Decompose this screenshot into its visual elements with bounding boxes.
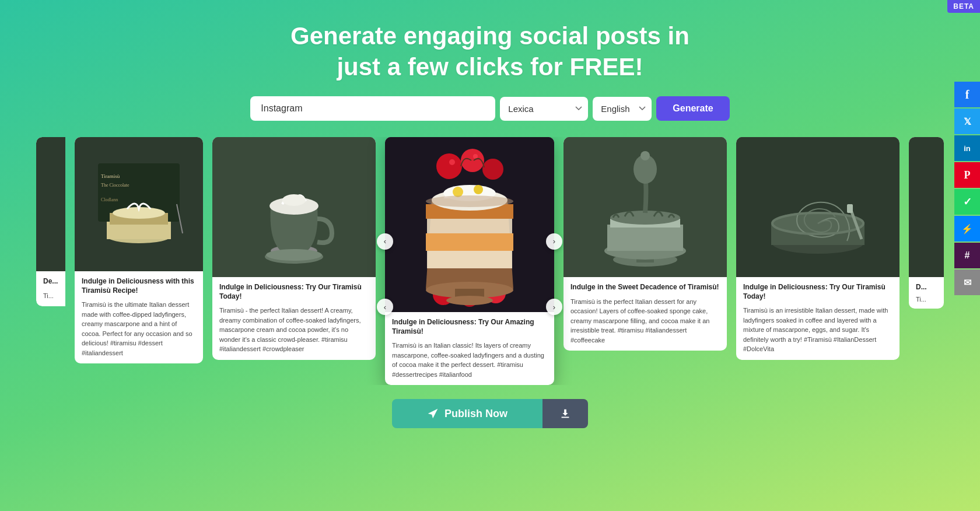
- card-4: Indulge in the Sweet Decadence of Tirami…: [564, 137, 727, 351]
- ai-tool-select[interactable]: Lexica DALL-E Stable Diffusion: [500, 97, 588, 121]
- card-2: Indulge in Deliciousness: Try Our Tirami…: [212, 137, 376, 360]
- card-4-svg: [566, 137, 724, 277]
- card-1-text: Indulge in Deliciousness with this Tiram…: [75, 271, 203, 363]
- carousel-next-button[interactable]: ›: [546, 233, 562, 250]
- svg-point-21: [473, 154, 478, 159]
- svg-rect-43: [607, 225, 683, 251]
- publish-button[interactable]: Publish Now: [392, 399, 542, 428]
- card-1: Tiramisù The Cioccolate Clodlann Indulge…: [75, 137, 203, 363]
- beta-badge: BETA: [947, 0, 980, 13]
- publish-label: Publish Now: [444, 408, 508, 420]
- bottom-actions: Publish Now: [0, 399, 980, 428]
- email-share-button[interactable]: ✉: [954, 270, 980, 295]
- card-5: Indulge in Deliciousness: Try Our Tirami…: [736, 137, 900, 360]
- card-4-image: [564, 137, 727, 277]
- card-1-svg: Tiramisù The Cioccolate Clodlann: [86, 146, 191, 262]
- twitter-share-button[interactable]: 𝕏: [954, 108, 980, 134]
- svg-point-17: [436, 153, 462, 179]
- card-1-image: Tiramisù The Cioccolate Clodlann: [75, 137, 203, 271]
- card-1-body: Tiramisù is the ultimate Italian dessert…: [82, 300, 196, 358]
- card-2-svg: [215, 137, 373, 277]
- facebook-icon: f: [965, 88, 970, 102]
- svg-rect-48: [739, 137, 897, 277]
- search-input[interactable]: [250, 96, 495, 121]
- card-2-body: Tiramisù - the perfect Italian dessert! …: [219, 306, 369, 354]
- generate-button[interactable]: Generate: [656, 96, 729, 121]
- social-sidebar: f 𝕏 in P ✓ ⚡ # ✉: [954, 82, 980, 295]
- email-icon: ✉: [964, 277, 971, 288]
- card-4-title: Indulge in the Sweet Decadence of Tirami…: [570, 283, 720, 292]
- card-5-body: Tiramisù is an irresistible Italian dess…: [743, 306, 892, 354]
- facebook-share-button[interactable]: f: [954, 82, 980, 107]
- svg-rect-22: [427, 251, 512, 268]
- text-next-button[interactable]: ›: [546, 299, 562, 315]
- send-icon: [427, 408, 439, 419]
- svg-text:Tiramisù: Tiramisù: [101, 173, 120, 179]
- svg-point-15: [266, 249, 322, 261]
- whatsapp-share-button[interactable]: ✓: [954, 189, 980, 215]
- card-1-title: Indulge in Deliciousness with this Tiram…: [82, 277, 196, 295]
- svg-point-38: [446, 296, 493, 305]
- card-5-image: [736, 137, 900, 277]
- svg-rect-54: [847, 204, 853, 213]
- slack-share-button[interactable]: #: [954, 243, 980, 268]
- svg-point-20: [449, 159, 455, 165]
- card-5-text: Indulge in Deliciousness: Try Our Tirami…: [736, 277, 900, 360]
- linkedin-share-button[interactable]: in: [954, 135, 980, 161]
- language-select[interactable]: English Spanish French German Italian: [593, 97, 652, 121]
- svg-rect-55: [562, 417, 569, 418]
- card-3-svg: [385, 137, 554, 312]
- slack-icon: #: [965, 250, 970, 261]
- svg-rect-24: [427, 219, 512, 233]
- svg-rect-23: [426, 233, 513, 251]
- messenger-share-button[interactable]: ⚡: [954, 216, 980, 242]
- header: Generate engaging social posts in just a…: [0, 0, 980, 96]
- svg-point-47: [640, 151, 650, 160]
- text-prev-button[interactable]: ‹: [377, 299, 393, 315]
- header-title-line2: just a few clicks for FREE!: [337, 53, 643, 80]
- card-4-body: Tiramisù is the perfect Italian dessert …: [570, 297, 720, 345]
- whatsapp-icon: ✓: [963, 195, 972, 208]
- card-4-text: Indulge in the Sweet Decadence of Tirami…: [564, 277, 727, 351]
- card-2-text: Indulge in Deliciousness: Try Our Tirami…: [212, 277, 376, 360]
- card-5-svg: [739, 137, 897, 277]
- svg-text:Clodlann: Clodlann: [101, 197, 118, 202]
- card-2-title: Indulge in Deliciousness: Try Our Tirami…: [219, 283, 369, 301]
- card-3-title: Indulge in Deliciousness: Try Our Amazin…: [392, 318, 547, 336]
- card-2-image: [212, 137, 376, 277]
- card-3-body: Tiramisù is an Italian classic! Its laye…: [392, 341, 547, 379]
- search-bar: Lexica DALL-E Stable Diffusion English S…: [0, 96, 980, 121]
- download-button[interactable]: [542, 399, 588, 428]
- card-3-image: [385, 137, 554, 312]
- svg-point-29: [474, 185, 483, 194]
- active-card-wrapper: ‹ › ‹ ›: [385, 137, 554, 385]
- card-5-title: Indulge in Deliciousness: Try Our Tirami…: [743, 283, 892, 301]
- card-3-active: Indulge in Deliciousness: Try Our Amazin…: [385, 137, 554, 385]
- carousel-area: 🎂 De... Ti...: [0, 137, 980, 385]
- cards-container: 🎂 De... Ti...: [0, 137, 980, 385]
- card-3-text: Indulge in Deliciousness: Try Our Amazin…: [385, 312, 554, 385]
- pinterest-share-button[interactable]: P: [954, 162, 980, 188]
- header-title-line1: Generate engaging social posts in: [290, 22, 690, 50]
- download-icon: [559, 407, 572, 420]
- pinterest-icon: P: [964, 169, 971, 181]
- twitter-icon: 𝕏: [964, 116, 971, 127]
- svg-point-13: [282, 194, 306, 206]
- svg-point-35: [426, 195, 513, 207]
- carousel-prev-button[interactable]: ‹: [377, 233, 393, 250]
- svg-text:The Cioccolate: The Cioccolate: [101, 183, 130, 188]
- svg-point-19: [482, 159, 503, 180]
- linkedin-icon: in: [964, 144, 971, 153]
- messenger-icon: ⚡: [961, 223, 973, 235]
